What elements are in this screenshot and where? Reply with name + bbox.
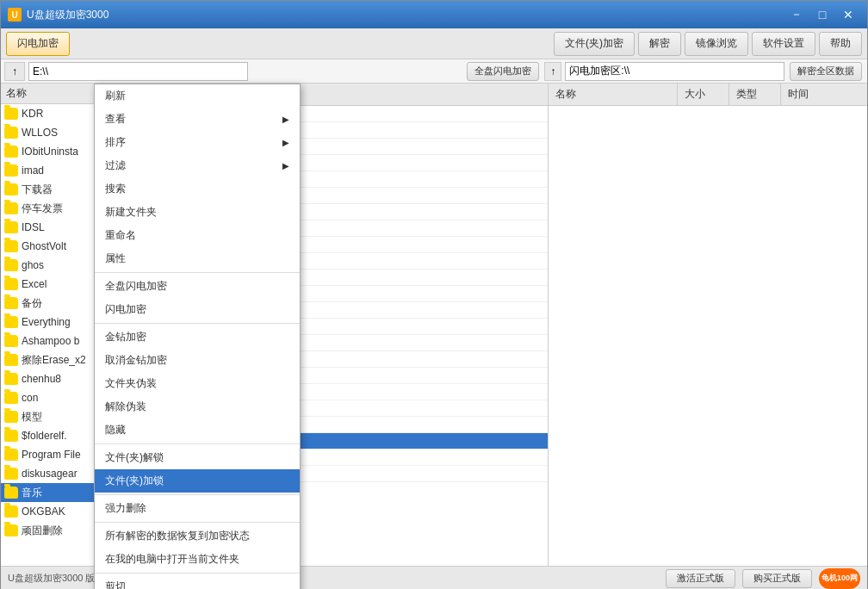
context-menu-item[interactable]: 全盘闪电加密 (95, 275, 300, 298)
folder-name: IDSL (22, 221, 45, 233)
context-menu-item-label: 属性 (105, 251, 126, 266)
left-panel-item[interactable]: OKGBAK (1, 502, 103, 521)
context-menu-item[interactable]: 刷新 (95, 84, 300, 108)
context-menu-item[interactable]: 重命名 (95, 224, 300, 247)
settings-button[interactable]: 软件设置 (752, 32, 815, 56)
context-menu-item[interactable]: 属性 (95, 247, 300, 270)
left-panel-item[interactable]: Program File (1, 445, 103, 464)
context-menu-item[interactable]: 查看▶ (95, 108, 300, 131)
left-panel-item[interactable]: 擦除Erase_x2 (1, 350, 103, 369)
context-menu-item[interactable]: 文件夹伪装 (95, 372, 300, 395)
context-menu-item[interactable]: 所有解密的数据恢复到加密状态 (95, 524, 300, 548)
window-title: U盘超级加密3000 (27, 8, 784, 22)
context-menu-separator (95, 522, 300, 523)
context-menu-separator (95, 443, 300, 444)
maximize-button[interactable]: □ (810, 4, 834, 25)
up-button[interactable]: ↑ (4, 62, 25, 81)
decrypt-button[interactable]: 解密 (638, 32, 681, 56)
left-panel-item[interactable]: Ashampoo b (1, 332, 103, 350)
submenu-arrow-icon: ▶ (282, 115, 289, 124)
folder-icon (4, 468, 18, 480)
address-bar: ↑ 全盘闪电加密 ↑ 解密全区数据 (1, 59, 867, 84)
image-browse-button[interactable]: 镜像浏览 (685, 32, 748, 56)
context-menu-item-label: 闪电加密 (105, 302, 146, 317)
folder-name: 备份 (22, 296, 42, 311)
folder-name: imad (22, 164, 44, 177)
left-panel-item[interactable]: con (1, 388, 103, 407)
context-menu-separator (95, 494, 300, 495)
path-input[interactable] (28, 62, 248, 81)
folder-name: 擦除Erase_x2 (22, 353, 86, 368)
context-menu-item[interactable]: 搜索 (95, 177, 300, 201)
context-menu-item[interactable]: 文件(夹)解锁 (95, 446, 300, 469)
left-panel-item[interactable]: Everything (1, 313, 103, 332)
left-panel-item[interactable]: IObitUninsta (1, 142, 103, 161)
context-menu-item[interactable]: 金钻加密 (95, 326, 300, 349)
full-flash-button[interactable]: 全盘闪电加密 (467, 62, 539, 81)
folder-name: diskusagear (22, 468, 78, 480)
left-panel-item[interactable]: diskusagear (1, 464, 103, 483)
right-type-col[interactable]: 类型 (729, 84, 781, 105)
context-menu-item[interactable]: 过滤▶ (95, 154, 300, 177)
context-menu-item[interactable]: 新建文件夹 (95, 201, 300, 224)
context-menu-item[interactable]: 解除伪装 (95, 395, 300, 418)
folder-name: ghos (22, 259, 44, 271)
toolbar-left: 闪电加密 (4, 28, 71, 59)
context-menu-item[interactable]: 文件(夹)加锁 (95, 469, 300, 493)
context-menu-item-label: 排序 (105, 135, 126, 150)
activate-button[interactable]: 激活正式版 (666, 569, 735, 588)
buy-button[interactable]: 购买正式版 (742, 569, 812, 588)
left-panel-item[interactable]: 音乐 (1, 483, 103, 502)
left-panel-header: 名称 (1, 84, 103, 104)
left-panel-list: KDRWLLOSIObitUninstaimad下载器停车发票IDSLGhost… (1, 104, 103, 540)
up-right-button[interactable]: ↑ (544, 62, 561, 81)
help-button[interactable]: 帮助 (819, 32, 862, 56)
left-panel-item[interactable]: IDSL (1, 218, 103, 237)
left-panel-item[interactable]: 停车发票 (1, 199, 103, 218)
context-menu-item[interactable]: 剪切 (95, 575, 300, 589)
left-panel-item[interactable]: imad (1, 161, 103, 180)
left-panel-item[interactable]: KDR (1, 104, 103, 123)
right-size-col[interactable]: 大小 (678, 84, 729, 105)
folder-icon (4, 183, 18, 195)
flash-zone-path[interactable] (565, 62, 784, 81)
left-panel-item[interactable]: 模型 (1, 407, 103, 426)
left-panel-item[interactable]: 备份 (1, 294, 103, 313)
context-menu-item[interactable]: 强力删除 (95, 497, 300, 520)
left-panel-item[interactable]: 顽固删除 (1, 521, 103, 540)
folder-name: 模型 (22, 410, 42, 425)
right-name-col[interactable]: 名称 (549, 84, 678, 105)
folder-name: Program File (22, 449, 81, 461)
context-menu-item[interactable]: 排序▶ (95, 131, 300, 154)
context-menu-item[interactable]: 在我的电脑中打开当前文件夹 (95, 548, 300, 571)
minimize-button[interactable]: － (784, 4, 809, 25)
context-menu-item[interactable]: 闪电加密 (95, 298, 300, 321)
left-panel-item[interactable]: ghos (1, 256, 103, 275)
context-menu-separator (95, 323, 300, 324)
toolbar-right: 文件(夹)加密 解密 镜像浏览 软件设置 帮助 (552, 28, 864, 59)
folder-name: WLLOS (22, 127, 58, 139)
context-menu-item-label: 文件夹伪装 (105, 376, 157, 391)
left-panel-item[interactable]: 下载器 (1, 180, 103, 199)
close-button[interactable]: ✕ (836, 4, 860, 25)
folder-icon (4, 108, 18, 120)
file-encrypt-button[interactable]: 文件(夹)加密 (554, 32, 635, 56)
context-menu-item-label: 隐藏 (105, 423, 126, 437)
left-panel-item[interactable]: chenhu8 (1, 369, 103, 388)
context-menu-item[interactable]: 取消金钻加密 (95, 349, 300, 372)
left-panel-item[interactable]: WLLOS (1, 123, 103, 142)
right-time-col[interactable]: 时间 (781, 84, 867, 105)
folder-icon (4, 316, 18, 328)
left-panel-item[interactable]: Excel (1, 275, 103, 294)
folder-name: Ashampoo b (22, 335, 79, 347)
flash-encrypt-button[interactable]: 闪电加密 (6, 32, 70, 56)
context-menu-item-label: 过滤 (105, 158, 126, 173)
left-panel-item[interactable]: GhostVolt (1, 237, 103, 256)
left-panel-item[interactable]: $folderelf. (1, 426, 103, 445)
decrypt-all-button[interactable]: 解密全区数据 (790, 62, 862, 81)
context-menu-item[interactable]: 隐藏 (95, 418, 300, 442)
right-panel: 名称 大小 类型 时间 (549, 84, 867, 566)
folder-icon (4, 411, 18, 423)
context-menu-item-label: 在我的电脑中打开当前文件夹 (105, 552, 239, 567)
folder-icon (4, 524, 18, 536)
